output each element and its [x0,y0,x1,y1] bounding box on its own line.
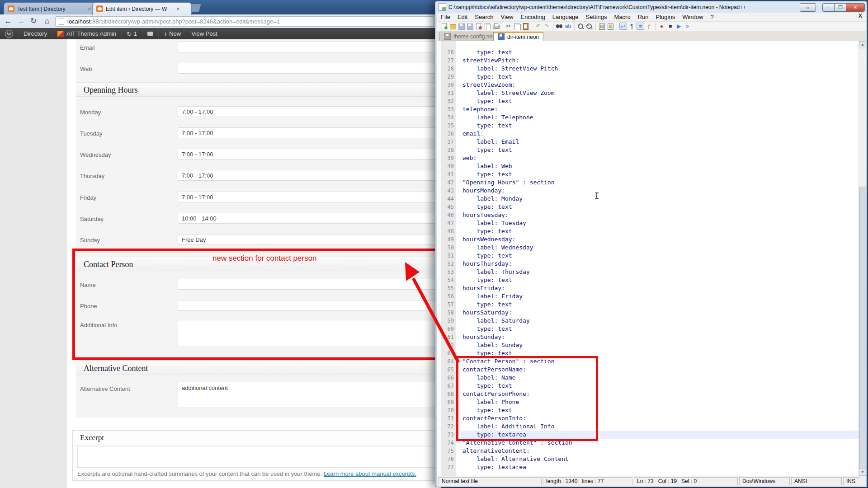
hours-field-friday[interactable]: 7:00 - 17:00 [178,192,438,202]
line-number: 43 [441,187,454,195]
scroll-down-icon[interactable]: ▼ [859,469,866,476]
hours-field-sunday[interactable]: Free Day [178,234,438,245]
admin-bar-view-post[interactable]: View Post [186,28,222,39]
tab-title: Test Item | Directory [17,6,85,12]
web-field[interactable] [178,63,438,74]
sync-horizontal-icon[interactable] [607,23,614,30]
macro-record-icon[interactable]: ● [658,23,665,30]
browser-tab-test-item[interactable]: Test Item | Directory × [4,2,99,15]
macro-run-multiple-icon[interactable]: » [684,23,691,30]
copy-icon[interactable] [513,23,521,30]
window-pin-button[interactable]: ⇔ [800,3,816,12]
close-button[interactable]: × [846,3,865,12]
menu-macro[interactable]: Macro [611,14,634,20]
notepadpp-tabbar: theme-config.neon dir-item.neon [437,31,866,42]
contact-phone-field[interactable] [178,300,438,311]
line-number: 76 [441,455,454,463]
excerpt-textarea[interactable] [77,446,435,468]
code-line: label: Tuesday [462,219,572,227]
menu-edit[interactable]: Edit [454,14,471,20]
line-number: 29 [441,73,454,81]
code-line: hoursThursday: [462,260,572,268]
home-icon[interactable]: ⌂ [42,16,52,27]
hours-field-saturday[interactable]: 10:00 - 14:00 [178,213,438,224]
admin-bar-new[interactable]: +New [159,28,186,39]
undo-icon[interactable]: ↶ [534,23,542,30]
wp-logo-menu[interactable]: W [0,28,19,39]
line-number: 49 [441,235,454,244]
save-icon[interactable] [458,23,465,30]
excerpt-help-link[interactable]: Learn more about manual excerpts. [324,470,416,477]
hours-field-monday[interactable]: 7:00 - 17:00 [178,106,438,117]
menu-file[interactable]: File [437,14,454,20]
forward-icon[interactable]: → [15,16,26,27]
function-list-icon[interactable]: ƒ [645,23,653,30]
new-file-icon[interactable] [440,23,448,30]
minimize-button[interactable]: – [822,3,835,12]
replace-icon[interactable]: ab [564,23,572,30]
doc-tab-dir-item[interactable]: dir-item.neon [493,32,543,41]
sync-vertical-icon[interactable] [598,23,606,30]
contact-name-field[interactable] [178,279,438,290]
zoom-out-icon[interactable]: − [585,23,593,30]
macro-play-icon[interactable]: ▶ [675,23,683,30]
hours-field-wednesday[interactable]: 7:00 - 17:00 [178,149,438,160]
code-line: type: text [462,406,572,414]
close-all-icon[interactable] [483,23,491,30]
hours-field-tuesday[interactable]: 7:00 - 17:00 [178,127,438,138]
hours-field-thursday[interactable]: 7:00 - 17:00 [178,170,438,181]
admin-bar-ait-themes[interactable]: AIT Themes Admin [52,28,122,39]
contact-info-textarea[interactable] [178,320,438,347]
tab-close-icon[interactable]: × [88,6,91,12]
indent-guide-icon[interactable]: ≡ [637,23,644,30]
menu-language[interactable]: Language [549,14,582,20]
menu-window[interactable]: Window [679,14,707,20]
cut-icon[interactable]: ✂ [505,23,512,30]
save-all-icon[interactable] [466,23,474,30]
open-file-icon[interactable] [449,23,457,30]
line-number: 60 [441,325,454,333]
paste-icon[interactable] [522,23,529,30]
close-icon[interactable] [475,23,482,30]
status-insert-mode[interactable]: INS [843,477,860,485]
menu-search[interactable]: Search [471,14,497,20]
zoom-in-icon[interactable]: + [577,23,585,30]
word-wrap-icon[interactable]: ↩ [619,23,627,30]
redo-icon[interactable]: ↷ [543,23,551,30]
menu-plugins[interactable]: Plugins [652,14,679,20]
hours-label-wednesday: Wednesday [80,151,111,158]
url-bar[interactable]: localhost:88/ait/directory/wp-admin/post… [55,16,434,27]
menu-encoding[interactable]: Encoding [517,14,549,20]
doc-tab-label: dir-item.neon [507,34,539,40]
editor-vertical-scrollbar[interactable]: ▲ ▼ [859,41,866,476]
code-line: label: Name [462,374,572,382]
alternative-content-textarea[interactable]: additional content [178,382,438,408]
plus-icon: + [164,30,167,38]
browser-window: Test Item | Directory × Edit item ‹ Dire… [0,0,441,488]
show-all-characters-icon[interactable]: ¶ [628,23,636,30]
tab-close-icon[interactable]: × [176,6,180,12]
menubar-close-icon[interactable]: X [859,13,862,19]
reload-icon[interactable]: ↻ [28,16,39,27]
menu-settings[interactable]: Settings [582,14,611,20]
admin-bar-site-name[interactable]: Directory [19,28,52,39]
scroll-up-icon[interactable]: ▲ [859,41,866,48]
menu-run[interactable]: Run [634,14,652,20]
editor-area[interactable]: 2627282930313233343536373839404142434445… [437,41,859,476]
line-number: 31 [441,89,454,97]
print-icon[interactable] [492,23,500,30]
menu-view[interactable]: View [497,14,517,20]
maximize-button[interactable]: ❐ [834,3,847,12]
find-icon[interactable] [556,23,563,30]
mouse-ibeam-cursor [596,192,597,199]
admin-bar-updates[interactable]: ↻1 [122,28,142,39]
email-field[interactable] [178,42,438,52]
menu-?[interactable]: ? [707,14,717,20]
excerpt-title: Excerpt [73,431,441,446]
back-icon[interactable]: ← [3,16,14,27]
admin-bar-comments[interactable] [142,28,159,39]
macro-stop-icon[interactable]: ■ [666,23,674,30]
scrollbar-thumb[interactable] [859,187,866,469]
code-line: hoursSaturday: [462,309,572,317]
browser-tab-edit-item[interactable]: Edit item ‹ Directory — W × [92,2,192,15]
